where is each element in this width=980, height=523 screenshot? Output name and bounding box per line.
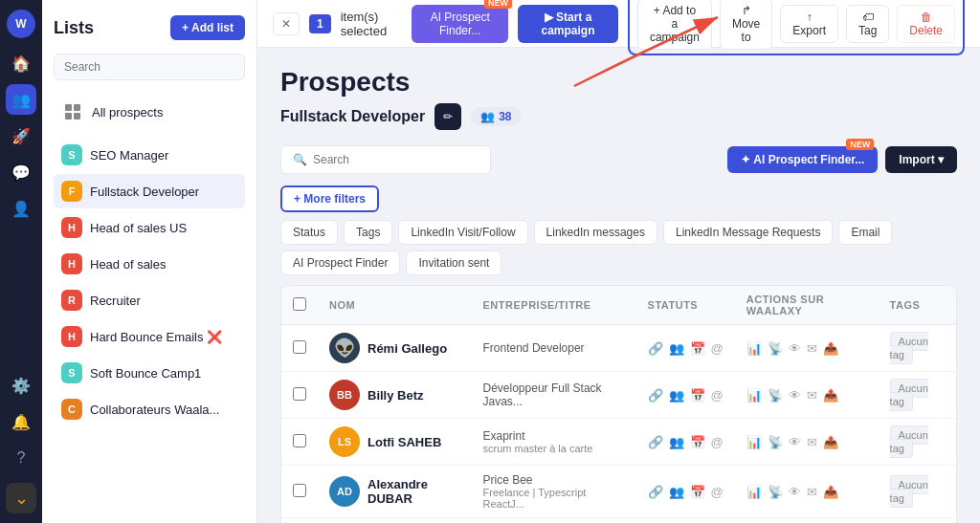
select-all-checkbox[interactable] — [293, 297, 306, 311]
all-prospects-item[interactable]: All prospects — [54, 94, 245, 130]
team-status-icon[interactable]: 👥 — [669, 388, 684, 403]
waalaxy-action-2[interactable]: 📡 — [768, 341, 783, 356]
waalaxy-action-1[interactable]: 📊 — [746, 388, 762, 403]
email-status-icon[interactable]: @ — [711, 388, 724, 403]
calendar-status-icon[interactable]: 📅 — [690, 485, 705, 499]
sidebar-list-item[interactable]: C Collaborateurs Waala... — [54, 392, 245, 426]
filter-tab-invitation-sent[interactable]: Invitation sent — [406, 251, 501, 275]
rocket-icon[interactable]: 🚀 — [6, 120, 36, 151]
waalaxy-action-3[interactable]: 👁 — [789, 485, 801, 499]
email-status-icon[interactable]: @ — [711, 485, 724, 499]
filter-tab-email[interactable]: Email — [838, 220, 892, 245]
calendar-status-icon[interactable]: 📅 — [690, 388, 705, 403]
help-icon[interactable]: ? — [6, 443, 36, 473]
row-checkbox[interactable] — [293, 434, 306, 447]
import-button[interactable]: Import ▾ — [885, 146, 957, 173]
ai-prospect-finder-button[interactable]: ✦ AI Prospect Finder... NEW — [727, 146, 878, 173]
link-status-icon[interactable]: 🔗 — [648, 435, 663, 449]
sidebar-list-item[interactable]: S Soft Bounce Camp1 — [54, 356, 245, 390]
home-icon[interactable]: 🏠 — [6, 48, 36, 78]
more-filters-button[interactable]: + More filters — [280, 185, 379, 212]
search-input[interactable] — [313, 153, 479, 166]
filter-tab-linkedin-message-requests[interactable]: LinkedIn Message Requests — [663, 220, 833, 245]
prospect-avatar: LS — [329, 426, 360, 457]
sidebar-list-item[interactable]: H Head of sales US — [54, 210, 245, 245]
list-name: Fullstack Developer — [280, 108, 425, 125]
waalaxy-action-4[interactable]: ✉ — [807, 388, 817, 403]
waalaxy-action-5[interactable]: 📤 — [823, 435, 838, 449]
waalaxy-action-5[interactable]: 📤 — [823, 388, 838, 403]
tag-button[interactable]: 🏷 Tag — [846, 5, 889, 43]
team-status-icon[interactable]: 👥 — [669, 435, 684, 449]
team-status-icon[interactable]: 👥 — [669, 485, 684, 499]
add-list-button[interactable]: + Add list — [170, 15, 245, 40]
waalaxy-action-4[interactable]: ✉ — [807, 341, 817, 356]
waalaxy-action-2[interactable]: 📡 — [768, 485, 783, 499]
delete-button[interactable]: 🗑 Delete — [897, 5, 955, 43]
calendar-status-icon[interactable]: 📅 — [690, 435, 705, 449]
sidebar-list-item[interactable]: R Recruiter — [54, 283, 245, 317]
waalaxy-action-4[interactable]: ✉ — [807, 435, 817, 449]
tag-pill[interactable]: Aucun tag — [890, 475, 928, 508]
close-button[interactable]: ✕ — [273, 12, 300, 35]
waalaxy-action-3[interactable]: 👁 — [789, 435, 801, 449]
filter-tab-linkedin-visit/follow[interactable]: LinkedIn Visit/Follow — [398, 220, 527, 245]
move-to-button[interactable]: ↱ Move to — [720, 0, 772, 50]
waalaxy-action-1[interactable]: 📊 — [746, 485, 762, 499]
waalaxy-action-3[interactable]: 👁 — [789, 341, 801, 356]
bell-icon[interactable]: 🔔 — [6, 406, 36, 437]
people-icon[interactable]: 👤 — [6, 193, 36, 224]
company-sub: scrum master à la carte — [483, 443, 625, 454]
team-status-icon[interactable]: 👥 — [669, 341, 684, 356]
waalaxy-action-icons: 📊 📡 👁 ✉ 📤 — [746, 341, 867, 356]
row-checkbox[interactable] — [293, 340, 306, 354]
row-name-cell: LS Lotfi SAHEB — [318, 419, 472, 466]
filter-tab-status[interactable]: Status — [280, 220, 338, 245]
filter-tab-linkedin-messages[interactable]: LinkedIn messages — [534, 220, 657, 245]
email-status-icon[interactable]: @ — [711, 435, 724, 449]
link-status-icon[interactable]: 🔗 — [648, 485, 663, 499]
settings-icon[interactable]: ⚙️ — [6, 370, 36, 401]
table-row: 👽 Rémi Gallego Frontend Developer 🔗 👥 📅 … — [281, 325, 956, 372]
ai-prospect-top-button[interactable]: AI Prospect Finder... NEW — [412, 5, 508, 43]
waalaxy-action-5[interactable]: 📤 — [823, 341, 838, 356]
sidebar-list-item[interactable]: H Hard Bounce Emails ❌ — [54, 319, 245, 354]
row-checkbox[interactable] — [293, 484, 306, 497]
filter-tab-tags[interactable]: Tags — [344, 220, 392, 245]
content-area: Prospects Fullstack Developer ✏ 👥 38 🔍 ✦… — [257, 48, 980, 523]
row-checkbox-cell — [281, 419, 318, 466]
members-badge: 👥 38 — [471, 107, 521, 126]
sidebar-list-item[interactable]: H Head of sales — [54, 247, 245, 281]
prospects-tbody: 👽 Rémi Gallego Frontend Developer 🔗 👥 📅 … — [281, 325, 956, 524]
link-status-icon[interactable]: 🔗 — [648, 341, 663, 356]
edit-list-button[interactable]: ✏ — [434, 103, 461, 130]
search-box[interactable]: 🔍 — [280, 145, 491, 174]
waalaxy-action-3[interactable]: 👁 — [789, 388, 801, 403]
sidebar-list-item[interactable]: F Fullstack Developer — [54, 174, 245, 208]
export-button[interactable]: ↑ Export — [780, 5, 838, 43]
start-campaign-button[interactable]: ▶ Start a campaign — [518, 5, 618, 43]
row-checkbox[interactable] — [293, 387, 306, 401]
message-icon[interactable]: 💬 — [6, 157, 36, 187]
user-avatar[interactable]: W — [7, 10, 35, 38]
all-prospects-icon — [61, 100, 84, 123]
expand-icon[interactable]: ⌄ — [6, 483, 36, 513]
tag-pill[interactable]: Aucun tag — [890, 425, 928, 458]
calendar-status-icon[interactable]: 📅 — [690, 341, 705, 356]
link-status-icon[interactable]: 🔗 — [648, 388, 663, 403]
sidebar-list-item[interactable]: S SEO Manager — [54, 138, 245, 172]
table-row: AD Alexandre DUBAR Price Bee Freelance |… — [281, 466, 956, 518]
waalaxy-action-2[interactable]: 📡 — [768, 388, 783, 403]
email-status-icon[interactable]: @ — [711, 341, 724, 356]
waalaxy-action-4[interactable]: ✉ — [807, 485, 817, 499]
tag-pill[interactable]: Aucun tag — [890, 332, 928, 364]
filter-tab-ai-prospect-finder[interactable]: AI Prospect Finder — [280, 251, 400, 275]
add-to-campaign-button[interactable]: + Add to a campaign — [637, 0, 712, 50]
sidebar-search-input[interactable] — [54, 54, 245, 80]
waalaxy-action-1[interactable]: 📊 — [746, 435, 762, 449]
users-icon[interactable]: 👥 — [6, 84, 36, 115]
waalaxy-action-5[interactable]: 📤 — [823, 485, 838, 499]
waalaxy-action-1[interactable]: 📊 — [746, 341, 762, 356]
waalaxy-action-2[interactable]: 📡 — [768, 435, 783, 449]
tag-pill[interactable]: Aucun tag — [890, 379, 928, 411]
